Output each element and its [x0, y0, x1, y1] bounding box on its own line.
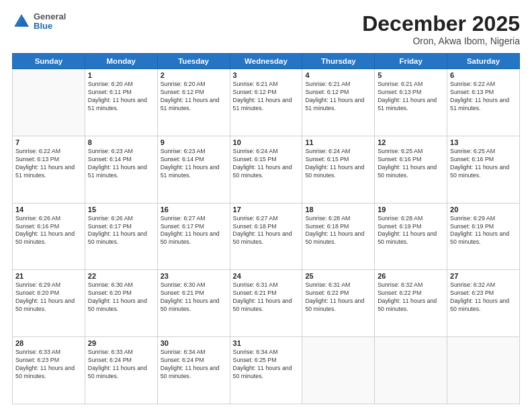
- day-number: 6: [450, 71, 517, 79]
- day-number: 22: [88, 272, 154, 280]
- day-number: 3: [233, 71, 300, 79]
- calendar-cell: 8Sunrise: 6:23 AM Sunset: 6:14 PM Daylig…: [85, 136, 157, 203]
- logo-icon: [12, 12, 31, 31]
- calendar-body: 1Sunrise: 6:20 AM Sunset: 6:11 PM Daylig…: [13, 69, 520, 404]
- week-row-3: 21Sunrise: 6:29 AM Sunset: 6:20 PM Dayli…: [13, 270, 520, 337]
- calendar-cell: 10Sunrise: 6:24 AM Sunset: 6:15 PM Dayli…: [230, 136, 302, 203]
- day-number: 23: [161, 272, 227, 280]
- month-title: December 2025: [362, 12, 520, 36]
- calendar-cell: 22Sunrise: 6:30 AM Sunset: 6:20 PM Dayli…: [85, 270, 157, 337]
- calendar-cell: 1Sunrise: 6:20 AM Sunset: 6:11 PM Daylig…: [85, 69, 157, 136]
- day-info: Sunrise: 6:22 AM Sunset: 6:13 PM Dayligh…: [15, 148, 82, 180]
- day-number: 10: [233, 138, 300, 146]
- day-number: 21: [15, 272, 82, 280]
- title-block: December 2025 Oron, Akwa Ibom, Nigeria: [362, 12, 520, 46]
- day-info: Sunrise: 6:21 AM Sunset: 6:12 PM Dayligh…: [305, 81, 371, 113]
- day-number: 30: [161, 339, 227, 347]
- day-info: Sunrise: 6:27 AM Sunset: 6:18 PM Dayligh…: [233, 215, 300, 247]
- calendar-cell: 26Sunrise: 6:32 AM Sunset: 6:22 PM Dayli…: [375, 270, 447, 337]
- day-number: 26: [378, 272, 444, 280]
- day-info: Sunrise: 6:31 AM Sunset: 6:21 PM Dayligh…: [233, 281, 300, 314]
- day-number: 24: [233, 272, 300, 280]
- calendar-cell: 19Sunrise: 6:28 AM Sunset: 6:19 PM Dayli…: [375, 203, 447, 270]
- calendar-cell: 17Sunrise: 6:27 AM Sunset: 6:18 PM Dayli…: [230, 203, 302, 270]
- calendar-cell: 16Sunrise: 6:27 AM Sunset: 6:17 PM Dayli…: [157, 203, 230, 270]
- day-number: 19: [378, 205, 444, 214]
- day-number: 28: [15, 339, 82, 347]
- subtitle: Oron, Akwa Ibom, Nigeria: [362, 36, 520, 46]
- calendar-cell: 7Sunrise: 6:22 AM Sunset: 6:13 PM Daylig…: [13, 136, 85, 203]
- calendar-cell: 14Sunrise: 6:26 AM Sunset: 6:16 PM Dayli…: [13, 203, 85, 270]
- calendar-cell: [13, 69, 85, 136]
- day-number: 17: [233, 205, 300, 214]
- day-number: 12: [378, 138, 444, 146]
- calendar-cell: 3Sunrise: 6:21 AM Sunset: 6:12 PM Daylig…: [230, 69, 302, 136]
- day-number: 18: [305, 205, 371, 214]
- day-info: Sunrise: 6:25 AM Sunset: 6:16 PM Dayligh…: [378, 148, 444, 180]
- logo-text: General Blue: [34, 12, 66, 32]
- day-info: Sunrise: 6:20 AM Sunset: 6:12 PM Dayligh…: [161, 81, 227, 113]
- day-info: Sunrise: 6:33 AM Sunset: 6:24 PM Dayligh…: [88, 349, 154, 381]
- day-info: Sunrise: 6:26 AM Sunset: 6:16 PM Dayligh…: [15, 215, 82, 247]
- week-row-2: 14Sunrise: 6:26 AM Sunset: 6:16 PM Dayli…: [13, 203, 520, 270]
- day-header-sunday: Sunday: [13, 54, 85, 69]
- calendar-cell: [447, 337, 520, 404]
- days-of-week-row: SundayMondayTuesdayWednesdayThursdayFrid…: [13, 54, 520, 69]
- day-number: 9: [161, 138, 227, 146]
- calendar-cell: 9Sunrise: 6:23 AM Sunset: 6:14 PM Daylig…: [157, 136, 230, 203]
- day-header-saturday: Saturday: [447, 54, 520, 69]
- calendar-cell: 27Sunrise: 6:32 AM Sunset: 6:23 PM Dayli…: [447, 270, 520, 337]
- day-info: Sunrise: 6:31 AM Sunset: 6:22 PM Dayligh…: [305, 281, 371, 314]
- logo-blue: Blue: [34, 21, 66, 31]
- logo: General Blue: [12, 12, 66, 32]
- day-header-friday: Friday: [375, 54, 447, 69]
- day-info: Sunrise: 6:34 AM Sunset: 6:24 PM Dayligh…: [161, 349, 227, 381]
- day-number: 29: [88, 339, 154, 347]
- calendar-cell: [302, 337, 375, 404]
- calendar-cell: 2Sunrise: 6:20 AM Sunset: 6:12 PM Daylig…: [157, 69, 230, 136]
- day-info: Sunrise: 6:34 AM Sunset: 6:25 PM Dayligh…: [233, 349, 300, 381]
- day-header-monday: Monday: [85, 54, 157, 69]
- calendar-cell: 29Sunrise: 6:33 AM Sunset: 6:24 PM Dayli…: [85, 337, 157, 404]
- day-number: 4: [305, 71, 371, 79]
- day-info: Sunrise: 6:24 AM Sunset: 6:15 PM Dayligh…: [305, 148, 371, 180]
- day-info: Sunrise: 6:30 AM Sunset: 6:20 PM Dayligh…: [88, 281, 154, 314]
- day-number: 11: [305, 138, 371, 146]
- week-row-1: 7Sunrise: 6:22 AM Sunset: 6:13 PM Daylig…: [13, 136, 520, 203]
- calendar-cell: 15Sunrise: 6:26 AM Sunset: 6:17 PM Dayli…: [85, 203, 157, 270]
- calendar-table: SundayMondayTuesdayWednesdayThursdayFrid…: [12, 53, 520, 404]
- week-row-4: 28Sunrise: 6:33 AM Sunset: 6:23 PM Dayli…: [13, 337, 520, 404]
- calendar-cell: 18Sunrise: 6:28 AM Sunset: 6:18 PM Dayli…: [302, 203, 375, 270]
- day-info: Sunrise: 6:33 AM Sunset: 6:23 PM Dayligh…: [15, 349, 82, 381]
- day-header-wednesday: Wednesday: [230, 54, 302, 69]
- header: General Blue December 2025 Oron, Akwa Ib…: [12, 12, 520, 46]
- day-number: 14: [15, 205, 82, 214]
- day-info: Sunrise: 6:29 AM Sunset: 6:20 PM Dayligh…: [15, 281, 82, 314]
- calendar-cell: 28Sunrise: 6:33 AM Sunset: 6:23 PM Dayli…: [13, 337, 85, 404]
- day-number: 27: [450, 272, 517, 280]
- day-info: Sunrise: 6:28 AM Sunset: 6:19 PM Dayligh…: [378, 215, 444, 247]
- page: General Blue December 2025 Oron, Akwa Ib…: [0, 0, 532, 411]
- day-info: Sunrise: 6:21 AM Sunset: 6:12 PM Dayligh…: [233, 81, 300, 113]
- week-row-0: 1Sunrise: 6:20 AM Sunset: 6:11 PM Daylig…: [13, 69, 520, 136]
- calendar-cell: 23Sunrise: 6:30 AM Sunset: 6:21 PM Dayli…: [157, 270, 230, 337]
- day-number: 15: [88, 205, 154, 214]
- day-info: Sunrise: 6:28 AM Sunset: 6:18 PM Dayligh…: [305, 215, 371, 247]
- calendar-cell: 6Sunrise: 6:22 AM Sunset: 6:13 PM Daylig…: [447, 69, 520, 136]
- day-number: 31: [233, 339, 300, 347]
- calendar-cell: 24Sunrise: 6:31 AM Sunset: 6:21 PM Dayli…: [230, 270, 302, 337]
- day-number: 13: [450, 138, 517, 146]
- day-info: Sunrise: 6:24 AM Sunset: 6:15 PM Dayligh…: [233, 148, 300, 180]
- day-number: 7: [15, 138, 82, 146]
- calendar-cell: 21Sunrise: 6:29 AM Sunset: 6:20 PM Dayli…: [13, 270, 85, 337]
- calendar-cell: 20Sunrise: 6:29 AM Sunset: 6:19 PM Dayli…: [447, 203, 520, 270]
- day-info: Sunrise: 6:26 AM Sunset: 6:17 PM Dayligh…: [88, 215, 154, 247]
- calendar-cell: 12Sunrise: 6:25 AM Sunset: 6:16 PM Dayli…: [375, 136, 447, 203]
- day-info: Sunrise: 6:22 AM Sunset: 6:13 PM Dayligh…: [450, 81, 517, 113]
- day-info: Sunrise: 6:23 AM Sunset: 6:14 PM Dayligh…: [161, 148, 227, 180]
- logo-general: General: [34, 12, 66, 21]
- calendar-cell: 30Sunrise: 6:34 AM Sunset: 6:24 PM Dayli…: [157, 337, 230, 404]
- calendar-cell: 5Sunrise: 6:21 AM Sunset: 6:13 PM Daylig…: [375, 69, 447, 136]
- day-info: Sunrise: 6:25 AM Sunset: 6:16 PM Dayligh…: [450, 148, 517, 180]
- day-number: 8: [88, 138, 154, 146]
